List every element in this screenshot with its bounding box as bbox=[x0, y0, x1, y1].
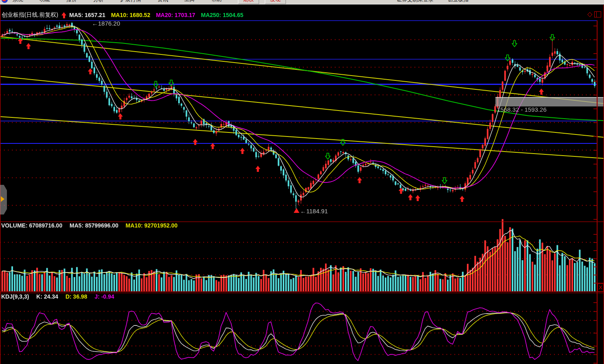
low-price-annotation: ←1184.91 bbox=[300, 208, 328, 214]
volume-value: VOLUME: 67089716.00 bbox=[1, 222, 62, 229]
current-symbol: 创业板指 bbox=[447, 0, 469, 4]
menu-bar: 系统 功能 报价 分析 扩展行情 资讯 工具 帮助 期权 发现 证券交易未登录 … bbox=[0, 0, 604, 4]
chart-header: 创业板指(日线.前复权) MA5: 1657.21 MA10: 1680.52 … bbox=[2, 11, 249, 19]
chart-title: 创业板指(日线.前复权) bbox=[2, 11, 58, 19]
ma5-value: MA5: 1657.21 bbox=[69, 12, 105, 18]
app-logo-icon bbox=[2, 0, 8, 3]
menu-tools[interactable]: 工具 bbox=[184, 0, 195, 3]
close-indicator-button[interactable]: X bbox=[597, 284, 604, 292]
ma250-value: MA250: 1504.65 bbox=[201, 12, 243, 18]
ma10-value: MA10: 1680.52 bbox=[111, 12, 150, 18]
high-price-annotation: ←1876.20 bbox=[92, 20, 120, 27]
expand-arrow-icon bbox=[1, 196, 4, 202]
menu-quotes[interactable]: 报价 bbox=[66, 0, 77, 3]
candlestick-chart-canvas[interactable] bbox=[0, 0, 604, 364]
chart-corner-controls: ◇ bbox=[587, 11, 601, 17]
sidebar-expand-tab[interactable] bbox=[0, 185, 7, 214]
gap-range-annotation: 1568.32 - 1593.26 bbox=[497, 106, 547, 113]
menu-discover-button[interactable]: 发现 bbox=[265, 0, 286, 4]
kdj-name: KDJ(9,3,3) bbox=[1, 293, 29, 300]
menu-analysis[interactable]: 分析 bbox=[93, 0, 104, 3]
menu-options-button[interactable]: 期权 bbox=[238, 0, 259, 4]
kdj-j-value: J: -0.94 bbox=[95, 293, 114, 300]
ma20-value: MA20: 1703.17 bbox=[156, 12, 195, 18]
menu-help[interactable]: 帮助 bbox=[211, 0, 222, 3]
volume-ma10-value: MA10: 92701952.00 bbox=[126, 222, 178, 229]
volume-pane-header: VOLUME: 67089716.00 MA5: 85799696.00 MA1… bbox=[1, 222, 183, 229]
kdj-k-value: K: 24.34 bbox=[36, 293, 58, 300]
menu-extended-quotes[interactable]: 扩展行情 bbox=[120, 0, 141, 3]
login-status[interactable]: 证券交易未登录 bbox=[397, 0, 434, 4]
menu-function[interactable]: 功能 bbox=[39, 0, 50, 3]
kdj-d-value: D: 36.98 bbox=[65, 293, 87, 300]
diamond-icon[interactable]: ◇ bbox=[587, 11, 592, 17]
split-window-icon[interactable] bbox=[594, 11, 601, 17]
trading-terminal-window: 系统 功能 报价 分析 扩展行情 资讯 工具 帮助 期权 发现 证券交易未登录 … bbox=[0, 0, 604, 364]
menu-system[interactable]: 系统 bbox=[13, 0, 23, 3]
kdj-pane-header: KDJ(9,3,3) K: 24.34 D: 36.98 J: -0.94 bbox=[1, 293, 120, 300]
up-arrow-icon bbox=[61, 12, 67, 18]
volume-ma5-value: MA5: 85799696.00 bbox=[70, 222, 118, 229]
menu-news[interactable]: 资讯 bbox=[157, 0, 168, 3]
